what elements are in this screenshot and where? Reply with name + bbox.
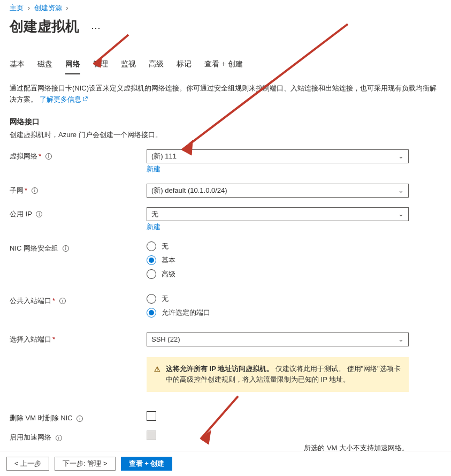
section-nic-subtitle: 创建虚拟机时，Azure 门户会创建一个网络接口。: [10, 130, 441, 140]
section-nic-title: 网络接口: [10, 117, 441, 127]
select-public-ip[interactable]: 无 ⌄: [147, 207, 409, 221]
page-title: 创建虚拟机: [10, 17, 79, 36]
info-icon[interactable]: i: [63, 245, 69, 252]
chevron-right-icon: ›: [66, 4, 68, 12]
link-create-public-ip[interactable]: 新建: [147, 222, 409, 232]
tab-review[interactable]: 查看 + 创建: [204, 55, 243, 74]
breadcrumb-create-resource[interactable]: 创建资源: [34, 4, 62, 12]
warning-banner: ⚠ 这将允许所有 IP 地址访问虚拟机。 仅建议将此用于测试。 使用"网络"选项…: [147, 357, 409, 392]
radio-inbound-allow[interactable]: 允许选定的端口: [147, 308, 409, 318]
label-nsg: NIC 网络安全组 i: [10, 241, 147, 253]
chevron-down-icon: ⌄: [398, 152, 404, 160]
info-icon[interactable]: i: [36, 211, 42, 217]
more-actions-button[interactable]: ⋯: [88, 21, 104, 34]
chevron-down-icon: ⌄: [398, 210, 404, 218]
next-button[interactable]: 下一步: 管理 >: [55, 457, 115, 471]
label-accel-net: 启用加速网络 i: [10, 430, 147, 442]
external-link-icon: [81, 95, 88, 103]
chevron-down-icon: ⌄: [398, 335, 404, 343]
radio-inbound-none[interactable]: 无: [147, 294, 409, 304]
info-icon[interactable]: i: [32, 187, 38, 194]
radio-nsg-basic[interactable]: 基本: [147, 255, 409, 265]
link-create-vnet[interactable]: 新建: [147, 164, 409, 174]
label-vnet: 虚拟网络* i: [10, 149, 147, 161]
info-icon[interactable]: i: [59, 298, 66, 304]
info-icon[interactable]: i: [45, 153, 52, 160]
label-public-ip: 公用 IP i: [10, 207, 147, 219]
tab-management[interactable]: 管理: [93, 55, 108, 74]
radio-nsg-advanced[interactable]: 高级: [147, 269, 409, 279]
tab-network[interactable]: 网络: [65, 55, 80, 74]
footer-bar: < 上一步 下一步: 管理 > 查看 + 创建: [0, 451, 451, 476]
prev-button[interactable]: < 上一步: [6, 457, 49, 471]
info-icon[interactable]: i: [56, 435, 62, 441]
select-vnet[interactable]: (新) 111 ⌄: [147, 149, 409, 163]
tab-tags[interactable]: 标记: [177, 55, 192, 74]
radio-nsg-none[interactable]: 无: [147, 241, 409, 251]
select-subnet[interactable]: (新) default (10.1.0.0/24) ⌄: [147, 184, 409, 198]
label-delete-nic: 删除 VM 时删除 NIC i: [10, 411, 147, 423]
label-inbound-ports: 公共入站端口* i: [10, 294, 147, 306]
tabs: 基本 磁盘 网络 管理 监视 高级 标记 查看 + 创建: [10, 55, 441, 74]
info-icon[interactable]: i: [77, 415, 83, 422]
tab-basic[interactable]: 基本: [10, 55, 25, 74]
tab-disks[interactable]: 磁盘: [37, 55, 52, 74]
tab-monitoring[interactable]: 监视: [121, 55, 136, 74]
warning-icon: ⚠: [154, 364, 160, 375]
checkbox-accel-net: [147, 430, 156, 440]
tab-description: 通过配置网络接口卡(NIC)设置来定义虚拟机的网络连接。你可通过安全组规则来控制…: [10, 83, 441, 105]
learn-more-link[interactable]: 了解更多信息: [40, 95, 88, 103]
review-create-button[interactable]: 查看 + 创建: [121, 457, 173, 471]
label-select-ports: 选择入站端口*: [10, 333, 147, 344]
breadcrumb: 主页 › 创建资源 ›: [10, 0, 441, 14]
breadcrumb-home[interactable]: 主页: [10, 4, 24, 12]
chevron-down-icon: ⌄: [398, 186, 404, 194]
label-subnet: 子网* i: [10, 184, 147, 195]
select-inbound-ports[interactable]: SSH (22) ⌄: [147, 333, 409, 346]
tab-advanced[interactable]: 高级: [149, 55, 164, 74]
checkbox-delete-nic[interactable]: [147, 411, 156, 421]
chevron-right-icon: ›: [28, 4, 30, 12]
